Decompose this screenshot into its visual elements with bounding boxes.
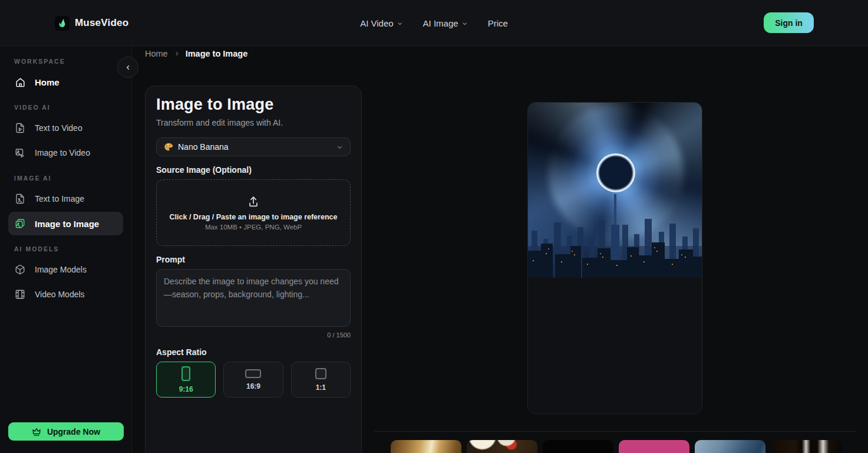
palette-icon	[164, 142, 173, 152]
sidebar-section-ai-models: AI MODELS	[0, 245, 131, 252]
upload-icon	[247, 195, 260, 208]
nav-item-price[interactable]: Price	[488, 18, 508, 28]
top-nav: AI Video AI Image Price	[360, 0, 508, 46]
sidebar-item-image-to-image[interactable]: Image to Image	[8, 212, 123, 235]
vortex-orb	[596, 153, 635, 192]
aspect-option-16-9[interactable]: 16:9	[223, 362, 283, 398]
page-subtitle: Transform and edit images with AI.	[156, 118, 351, 127]
upload-main-text: Click / Drag / Paste an image to image r…	[170, 213, 338, 221]
nav-item-ai-video[interactable]: AI Video	[360, 18, 402, 28]
gallery-strip	[391, 440, 841, 453]
sidebar-item-home[interactable]: Home	[8, 70, 123, 94]
sidebar-item-image-models[interactable]: Image Models	[8, 258, 123, 281]
upload-sub-text: Max 10MB • JPEG, PNG, WebP	[205, 224, 302, 231]
crown-icon	[32, 427, 41, 436]
breadcrumb-home-link[interactable]: Home	[145, 49, 168, 58]
top-header: MuseVideo AI Video AI Image Price Sign i…	[0, 0, 868, 46]
chevron-right-icon	[174, 51, 180, 57]
sidebar-section-video-ai: VIDEO AI	[0, 104, 131, 111]
sidebar-item-video-models[interactable]: Video Models	[8, 283, 123, 306]
chevron-down-icon	[397, 21, 403, 27]
brand[interactable]: MuseVideo	[55, 0, 128, 46]
breadcrumb-current: Image to Image	[186, 49, 248, 58]
sidebar: WORKSPACE Home VIDEO AI Text to Video Im…	[0, 46, 132, 453]
aspect-option-1-1[interactable]: 1:1	[291, 362, 351, 398]
image-to-video-icon	[14, 147, 26, 159]
gallery-thumbnail[interactable]	[543, 440, 613, 453]
preview-empty-area	[528, 278, 702, 414]
source-image-label: Source Image (Optional)	[156, 165, 351, 175]
page-title: Image to Image	[156, 96, 351, 114]
preview-image	[528, 103, 702, 278]
model-select-value: Nano Banana	[178, 142, 229, 152]
sidebar-item-image-to-video[interactable]: Image to Video	[8, 141, 123, 165]
nav-item-ai-image[interactable]: AI Image	[423, 18, 468, 28]
chevron-left-icon	[125, 64, 131, 71]
aspect-ratio-label: Aspect Ratio	[156, 347, 351, 357]
upload-dropzone[interactable]: Click / Drag / Paste an image to image r…	[156, 179, 351, 246]
model-select[interactable]: Nano Banana	[156, 137, 351, 156]
brand-name: MuseVideo	[75, 17, 128, 29]
sign-in-button[interactable]: Sign in	[764, 12, 814, 33]
gallery-divider	[374, 431, 856, 432]
app-screen: MuseVideo AI Video AI Image Price Sign i…	[0, 0, 868, 453]
chevron-down-icon	[462, 21, 468, 27]
gallery-thumbnail[interactable]	[391, 440, 461, 453]
prompt-label: Prompt	[156, 255, 351, 264]
flame-icon	[55, 16, 70, 31]
image-to-image-form-panel: Image to Image Transform and edit images…	[145, 86, 362, 453]
prompt-textarea[interactable]	[156, 269, 351, 327]
home-icon	[14, 76, 26, 88]
sidebar-section-workspace: WORKSPACE	[0, 58, 131, 65]
gallery-thumbnail[interactable]	[695, 440, 765, 453]
text-to-image-icon	[14, 193, 26, 205]
square-ratio-icon	[315, 368, 326, 379]
aspect-ratio-options: 9:16 16:9 1:1	[156, 362, 351, 398]
sidebar-collapse-button[interactable]	[117, 57, 138, 78]
image-to-image-icon	[14, 218, 26, 229]
chevron-down-icon	[336, 144, 343, 150]
image-models-icon	[14, 264, 26, 275]
video-models-icon	[14, 288, 26, 300]
portrait-ratio-icon	[181, 366, 190, 381]
gallery-thumbnail[interactable]	[771, 440, 841, 453]
sidebar-item-text-to-image[interactable]: Text to Image	[8, 187, 123, 211]
character-counter: 0 / 1500	[156, 331, 351, 339]
gallery-thumbnail[interactable]	[619, 440, 689, 453]
upgrade-button[interactable]: Upgrade Now	[8, 422, 124, 441]
preview-card	[527, 102, 702, 414]
gallery-thumbnail[interactable]	[467, 440, 537, 453]
sidebar-item-text-to-video[interactable]: Text to Video	[8, 116, 123, 140]
landscape-ratio-icon	[245, 369, 261, 378]
sidebar-section-image-ai: IMAGE AI	[0, 175, 131, 182]
aspect-option-9-16[interactable]: 9:16	[156, 362, 216, 398]
city-skyline	[528, 189, 702, 278]
text-to-video-icon	[14, 122, 26, 134]
breadcrumb: Home Image to Image	[145, 49, 247, 58]
